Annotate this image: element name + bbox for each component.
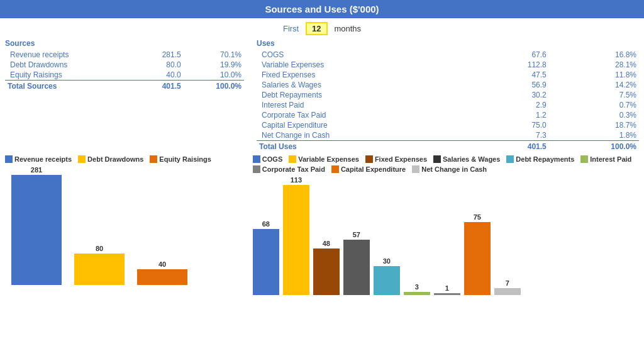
use-pct: 14.2%	[549, 80, 639, 90]
use-amount: 56.9	[479, 80, 549, 90]
uses-total-amount: 401.5	[479, 141, 549, 152]
page-title: Sources and Uses ($'000)	[0, 0, 644, 18]
right-bar-group: 57	[343, 172, 370, 295]
legend-label: Fixed Expenses	[375, 155, 427, 163]
source-pct: 10.0%	[184, 70, 244, 81]
legend-color-box	[506, 155, 514, 163]
use-amount: 2.9	[479, 100, 549, 110]
use-amount: 75.0	[479, 120, 549, 130]
right-legend-item: Fixed Expenses	[365, 155, 427, 163]
bar-rect	[374, 266, 400, 295]
uses-row: Capital Expenditure 75.0 18.7%	[257, 120, 639, 130]
use-label: Net Change in Cash	[257, 130, 479, 141]
left-bar-group: 281	[11, 162, 62, 285]
use-label: COGS	[257, 50, 479, 60]
bar-label: 1	[445, 284, 449, 292]
use-pct: 7.5%	[549, 90, 639, 100]
uses-row: Fixed Expenses 47.5 11.8%	[257, 70, 639, 80]
uses-total-pct: 100.0%	[549, 141, 639, 152]
right-legend-item: Variable Expenses	[289, 155, 359, 163]
uses-row: Salaries & Wages 56.9 14.2%	[257, 80, 639, 90]
legend-color-box	[433, 155, 441, 163]
sources-total-amount: 401.5	[136, 81, 183, 92]
legend-color-box	[580, 155, 588, 163]
left-bar-chart: 281 80 40	[5, 165, 247, 285]
months-suffix: months	[334, 24, 361, 33]
bar-label: 68	[262, 220, 270, 228]
bar-label: 113	[291, 176, 302, 184]
bar-rect	[464, 222, 491, 295]
right-bar-group: 30	[374, 172, 400, 295]
months-prefix: First	[283, 24, 299, 33]
uses-table: COGS 67.6 16.8%Variable Expenses 112.8 2…	[257, 50, 639, 152]
uses-title: Uses	[257, 39, 639, 48]
legend-color-box	[253, 155, 260, 163]
bar-rect	[137, 269, 187, 285]
use-pct: 18.7%	[549, 120, 639, 130]
bar-rect	[11, 175, 62, 285]
use-label: Corporate Tax Paid	[257, 110, 479, 120]
legend-label: Interest Paid	[590, 155, 631, 163]
sources-row: Revenue receipts 281.5 70.1%	[5, 50, 244, 60]
legend-color-box	[289, 155, 296, 163]
source-label: Revenue receipts	[5, 50, 136, 60]
source-label: Equity Raisings	[5, 70, 136, 81]
right-bar-group: 7	[494, 172, 521, 295]
right-bar-group: 48	[313, 172, 340, 295]
months-input[interactable]: 12	[306, 22, 327, 35]
use-pct: 11.8%	[549, 70, 639, 80]
legend-label: Variable Expenses	[298, 155, 359, 163]
use-amount: 7.3	[479, 130, 549, 141]
tables-area: Sources Revenue receipts 281.5 70.1%Debt…	[0, 38, 644, 153]
use-pct: 0.3%	[549, 110, 639, 120]
bar-rect	[283, 185, 309, 295]
source-label: Debt Drawdowns	[5, 60, 136, 70]
uses-total-label: Total Uses	[257, 141, 479, 152]
legend-label: COGS	[262, 155, 282, 163]
source-pct: 70.1%	[184, 50, 244, 60]
use-label: Fixed Expenses	[257, 70, 479, 80]
bar-label: 57	[353, 231, 360, 238]
sources-row: Equity Raisings 40.0 10.0%	[5, 70, 244, 81]
source-amount: 281.5	[136, 50, 183, 60]
uses-row: COGS 67.6 16.8%	[257, 50, 639, 60]
bar-label: 7	[506, 279, 509, 287]
right-bar-group: 1	[434, 172, 460, 295]
right-bar-group: 75	[464, 172, 491, 295]
legend-label: Salaries & Wages	[443, 155, 500, 163]
use-label: Variable Expenses	[257, 60, 479, 70]
sources-row: Debt Drawdowns 80.0 19.9%	[5, 60, 244, 70]
bar-label: 40	[158, 260, 166, 268]
use-label: Debt Repayments	[257, 90, 479, 100]
bar-rect	[313, 249, 340, 295]
right-legend-item: Debt Repayments	[506, 155, 574, 163]
sources-table: Revenue receipts 281.5 70.1%Debt Drawdow…	[5, 50, 244, 91]
uses-row: Net Change in Cash 7.3 1.8%	[257, 130, 639, 141]
right-legend-item: Interest Paid	[580, 155, 631, 163]
use-amount: 1.2	[479, 110, 549, 120]
use-label: Capital Expenditure	[257, 120, 479, 130]
legend-color-box	[365, 155, 373, 163]
bar-rect	[434, 293, 460, 295]
bar-rect	[74, 254, 125, 285]
bar-rect	[253, 229, 279, 295]
right-chart-legend: COGS Variable Expenses Fixed Expenses Sa…	[253, 155, 639, 173]
use-amount: 112.8	[479, 60, 549, 70]
sources-total-label: Total Sources	[5, 81, 136, 92]
charts-area: Revenue receipts Debt Drawdowns Equity R…	[0, 153, 644, 295]
bar-rect	[494, 288, 521, 295]
uses-panel: Uses COGS 67.6 16.8%Variable Expenses 11…	[250, 39, 639, 152]
bar-rect	[343, 240, 370, 295]
right-bar-chart: 68 113 48 57 30 3 1 75	[253, 176, 639, 295]
uses-row: Variable Expenses 112.8 28.1%	[257, 60, 639, 70]
bar-label: 75	[474, 213, 481, 221]
bar-label: 3	[415, 283, 419, 291]
bar-label: 48	[323, 240, 330, 247]
source-pct: 19.9%	[184, 60, 244, 70]
use-amount: 67.6	[479, 50, 549, 60]
right-bar-group: 3	[404, 172, 430, 295]
left-bar-group: 80	[74, 162, 125, 285]
sources-panel: Sources Revenue receipts 281.5 70.1%Debt…	[5, 39, 250, 152]
bar-label: 80	[96, 245, 103, 252]
left-chart-container: Revenue receipts Debt Drawdowns Equity R…	[5, 155, 247, 295]
